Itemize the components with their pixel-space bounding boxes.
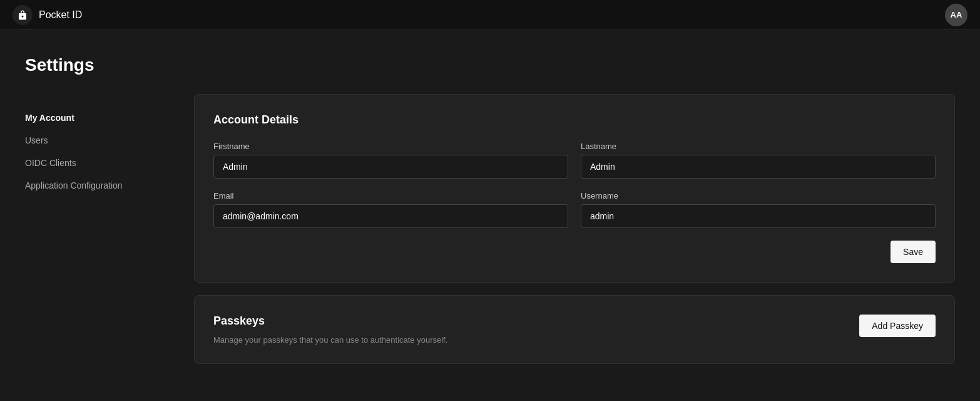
user-avatar[interactable]: AA [945, 4, 967, 26]
lastname-label: Lastname [581, 142, 936, 151]
sidebar-item-application-configuration[interactable]: Application Configuration [25, 174, 175, 197]
passkeys-description: Manage your passkeys that you can use to… [213, 335, 447, 345]
app-title: Pocket ID [39, 9, 82, 21]
username-group: Username [581, 191, 936, 228]
passkeys-card: Passkeys Manage your passkeys that you c… [194, 295, 955, 364]
navbar-brand: Pocket ID [13, 5, 82, 25]
settings-header: Settings [0, 30, 980, 75]
email-input[interactable] [213, 204, 568, 228]
add-passkey-button[interactable]: Add Passkey [859, 315, 936, 337]
settings-sidebar: My Account Users OIDC Clients Applicatio… [25, 94, 175, 377]
email-label: Email [213, 191, 568, 200]
firstname-label: Firstname [213, 142, 568, 151]
form-actions: Save [213, 241, 936, 263]
account-details-form: Firstname Lastname Email [213, 142, 936, 228]
lastname-input[interactable] [581, 155, 936, 179]
username-input[interactable] [581, 204, 936, 228]
settings-content: Account Details Firstname Lastname Ema [175, 94, 955, 377]
account-details-title: Account Details [213, 113, 936, 127]
lastname-group: Lastname [581, 142, 936, 179]
account-details-card: Account Details Firstname Lastname Ema [194, 94, 955, 283]
firstname-group: Firstname [213, 142, 568, 179]
navbar-logo [13, 5, 33, 25]
firstname-input[interactable] [213, 155, 568, 179]
sidebar-item-oidc-clients[interactable]: OIDC Clients [25, 152, 175, 174]
username-label: Username [581, 191, 936, 200]
settings-page: Settings My Account Users OIDC Clients A… [0, 30, 980, 377]
settings-body: My Account Users OIDC Clients Applicatio… [0, 94, 980, 377]
navbar: Pocket ID AA [0, 0, 980, 30]
sidebar-item-my-account[interactable]: My Account [25, 107, 175, 129]
email-group: Email [213, 191, 568, 228]
passkeys-info: Passkeys Manage your passkeys that you c… [213, 315, 447, 345]
save-button[interactable]: Save [891, 241, 936, 263]
passkeys-title: Passkeys [213, 315, 447, 328]
page-title: Settings [25, 55, 980, 75]
sidebar-item-users[interactable]: Users [25, 129, 175, 152]
passkeys-header: Passkeys Manage your passkeys that you c… [213, 315, 936, 345]
